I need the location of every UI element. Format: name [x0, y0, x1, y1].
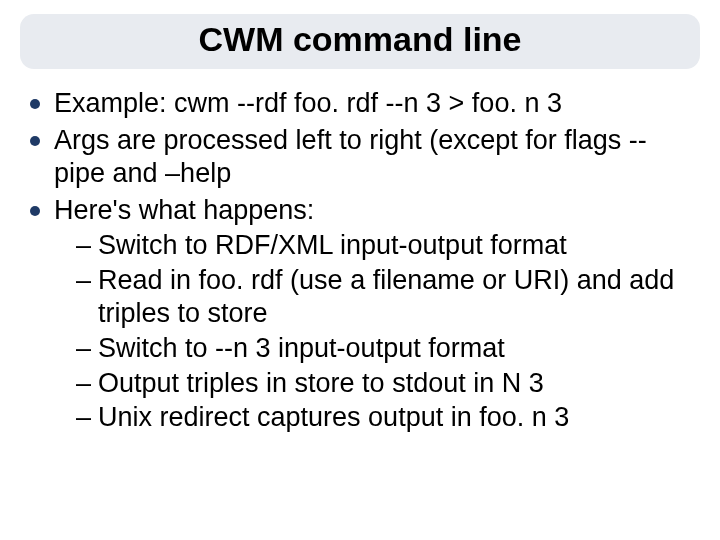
sub-list-item-text: Output triples in store to stdout in N 3 — [98, 368, 544, 398]
sub-list: Switch to RDF/XML input-output format Re… — [54, 229, 694, 435]
slide-title: CWM command line — [20, 14, 700, 69]
sub-list-item-text: Unix redirect captures output in foo. n … — [98, 402, 569, 432]
sub-list-item: Read in foo. rdf (use a filename or URI)… — [76, 264, 694, 330]
list-item-text: Here's what happens: — [54, 195, 314, 225]
list-item: Here's what happens: Switch to RDF/XML i… — [26, 194, 694, 435]
sub-list-item: Switch to RDF/XML input-output format — [76, 229, 694, 262]
sub-list-item-text: Switch to --n 3 input-output format — [98, 333, 505, 363]
list-item-text: Args are processed left to right (except… — [54, 125, 647, 188]
bullet-list: Example: cwm --rdf foo. rdf --n 3 > foo.… — [26, 87, 694, 434]
slide-body: Example: cwm --rdf foo. rdf --n 3 > foo.… — [20, 87, 700, 434]
sub-list-item: Switch to --n 3 input-output format — [76, 332, 694, 365]
sub-list-item: Unix redirect captures output in foo. n … — [76, 401, 694, 434]
sub-list-item: Output triples in store to stdout in N 3 — [76, 367, 694, 400]
list-item-text: Example: cwm --rdf foo. rdf --n 3 > foo.… — [54, 88, 562, 118]
list-item: Example: cwm --rdf foo. rdf --n 3 > foo.… — [26, 87, 694, 120]
sub-list-item-text: Switch to RDF/XML input-output format — [98, 230, 567, 260]
list-item: Args are processed left to right (except… — [26, 124, 694, 190]
sub-list-item-text: Read in foo. rdf (use a filename or URI)… — [98, 265, 674, 328]
slide: CWM command line Example: cwm --rdf foo.… — [0, 0, 720, 540]
